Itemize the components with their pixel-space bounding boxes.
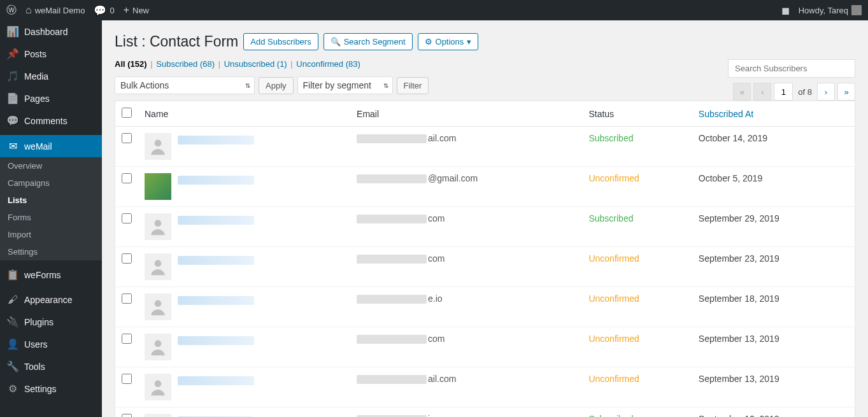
subscriber-email: @gmail.com [350, 167, 582, 207]
gear-icon: ⚙ [425, 37, 432, 46]
subscriber-name[interactable] [178, 296, 254, 305]
row-checkbox[interactable] [122, 414, 132, 417]
subscriber-name[interactable] [178, 176, 254, 185]
page-current-input[interactable] [774, 83, 793, 101]
search-icon: 🔍 [331, 37, 341, 46]
submenu-item-overview[interactable]: Overview [0, 157, 102, 174]
filter-button[interactable]: Filter [397, 77, 429, 94]
subscribed-date: October 14, 2019 [692, 127, 855, 167]
submenu-item-forms[interactable]: Forms [0, 209, 102, 226]
comment-icon: 💬 [6, 115, 19, 127]
subscriber-name[interactable] [178, 136, 254, 145]
sidebar-item-comments[interactable]: 💬Comments [0, 110, 102, 132]
sidebar-label: Settings [24, 384, 57, 394]
subscribed-date: September 23, 2019 [692, 247, 855, 287]
row-checkbox[interactable] [122, 374, 132, 384]
new-link[interactable]: +New [124, 4, 149, 16]
col-subscribed-at[interactable]: Subscribed At [692, 101, 855, 127]
sidebar-item-weforms[interactable]: 📋weForms [0, 264, 102, 286]
sidebar-label: Users [24, 339, 48, 350]
admin-sidebar: 📊Dashboard📌Posts🎵Media📄Pages💬Comments✉we… [0, 20, 102, 417]
search-segment-button[interactable]: 🔍Search Segment [324, 33, 413, 50]
sidebar-label: Plugins [24, 317, 53, 327]
bulk-actions-select[interactable]: Bulk Actions [115, 76, 255, 94]
page-last-button[interactable]: » [837, 83, 855, 101]
sidebar-item-users[interactable]: 👤Users [0, 333, 102, 355]
status-badge: Unconfirmed [588, 293, 639, 304]
options-button[interactable]: ⚙Options▾ [418, 33, 479, 50]
title-prefix: List : [115, 33, 146, 50]
add-subscribers-button[interactable]: Add Subscribers [243, 33, 318, 50]
filter-subscribed[interactable]: Subscribed (68) [156, 59, 215, 69]
row-checkbox[interactable] [122, 293, 132, 304]
sidebar-label: Media [24, 71, 48, 81]
sidebar-label: Posts [24, 49, 46, 59]
submenu-item-lists[interactable]: Lists [0, 192, 102, 209]
media-icon: 🎵 [6, 70, 19, 82]
subscribed-date: September 29, 2019 [692, 207, 855, 247]
svg-point-3 [155, 300, 162, 307]
main-content: List : Contact Form Add Subscribers 🔍Sea… [102, 20, 868, 417]
users-icon: 👤 [6, 338, 19, 350]
sidebar-submenu: OverviewCampaignsListsFormsImportSetting… [0, 157, 102, 260]
filter-all[interactable]: All (152) [115, 59, 147, 69]
row-checkbox[interactable] [122, 253, 132, 264]
subscriber-name[interactable] [178, 376, 254, 385]
subscribed-date: September 18, 2019 [692, 287, 855, 327]
howdy-text: Howdy, Tareq [799, 6, 848, 15]
notification-link[interactable]: ◼ [781, 4, 790, 17]
sidebar-item-media[interactable]: 🎵Media [0, 65, 102, 87]
svg-point-4 [155, 340, 162, 347]
sidebar-item-posts[interactable]: 📌Posts [0, 43, 102, 65]
page-first-button[interactable]: « [733, 83, 751, 101]
filter-unsubscribed[interactable]: Unsubscribed (1) [224, 59, 287, 69]
subscriber-avatar [145, 253, 171, 280]
sidebar-item-dashboard[interactable]: 📊Dashboard [0, 20, 102, 43]
subscriber-avatar [145, 133, 171, 160]
submenu-item-settings[interactable]: Settings [0, 243, 102, 260]
comments-link[interactable]: 💬0 [94, 4, 114, 17]
submenu-item-campaigns[interactable]: Campaigns [0, 174, 102, 192]
table-row: comUnconfirmedSeptember 23, 2019 [115, 247, 855, 287]
page-next-button[interactable]: › [817, 83, 835, 101]
new-label: New [132, 6, 149, 15]
row-checkbox[interactable] [122, 133, 132, 143]
row-checkbox[interactable] [122, 213, 132, 223]
title-name: Contact Form [150, 33, 238, 50]
sidebar-item-wemail[interactable]: ✉weMail [0, 135, 102, 157]
row-checkbox[interactable] [122, 334, 132, 344]
filter-segment-select[interactable]: Filter by segment [297, 76, 393, 94]
row-checkbox[interactable] [122, 173, 132, 183]
sidebar-item-tools[interactable]: 🔧Tools [0, 355, 102, 378]
page-prev-button[interactable]: ‹ [753, 83, 771, 101]
sidebar-item-pages[interactable]: 📄Pages [0, 87, 102, 110]
subscriber-email: ail.com [350, 127, 582, 167]
subscriber-name[interactable] [178, 336, 254, 345]
sidebar-label: Comments [24, 116, 68, 126]
user-avatar-icon [851, 5, 862, 15]
sidebar-label: Dashboard [24, 27, 68, 37]
sidebar-item-settings[interactable]: ⚙Settings [0, 378, 102, 400]
appearance-icon: 🖌 [6, 294, 19, 306]
status-badge: Unconfirmed [588, 253, 639, 264]
wp-logo[interactable]: ⓦ [6, 4, 17, 17]
subscriber-name[interactable] [178, 256, 254, 265]
filter-unconfirmed[interactable]: Unconfirmed (83) [296, 59, 360, 69]
site-link[interactable]: ⌂weMail Demo [25, 4, 85, 16]
status-badge: Unconfirmed [588, 374, 639, 384]
account-link[interactable]: Howdy, Tareq [799, 5, 862, 15]
search-subscribers-input[interactable] [728, 59, 855, 78]
subscriber-avatar [145, 173, 171, 200]
subscriber-avatar [145, 293, 171, 320]
sidebar-item-plugins[interactable]: 🔌Plugins [0, 311, 102, 333]
page-title: List : Contact Form [115, 33, 238, 50]
select-all-checkbox[interactable] [122, 108, 132, 118]
svg-point-2 [155, 260, 162, 267]
plus-icon: + [124, 4, 129, 16]
status-badge: Subscribed [588, 133, 633, 143]
sidebar-item-appearance[interactable]: 🖌Appearance [0, 289, 102, 311]
subscriber-name[interactable] [178, 216, 254, 225]
apply-button[interactable]: Apply [259, 77, 294, 94]
submenu-item-import[interactable]: Import [0, 226, 102, 243]
subscriber-avatar [145, 374, 171, 400]
